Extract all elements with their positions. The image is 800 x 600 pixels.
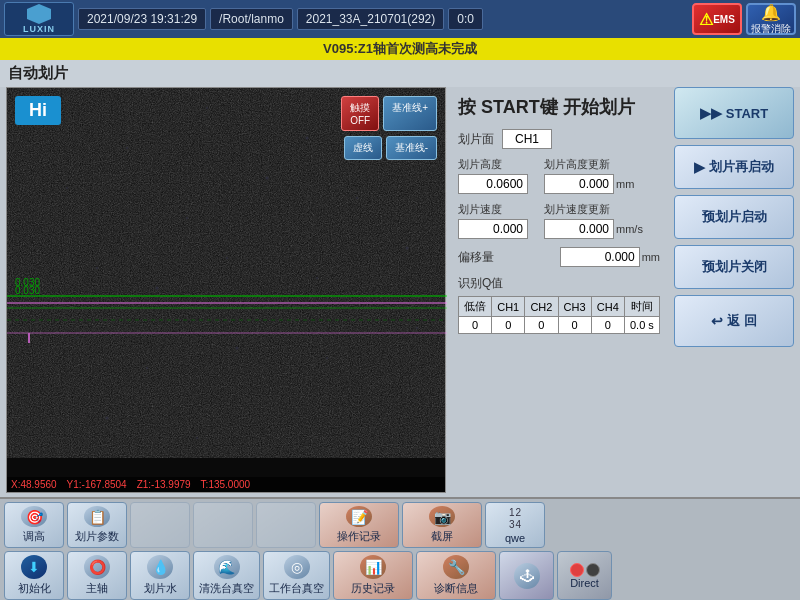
toolbar-btn-dicing-water[interactable]: 💧 划片水: [130, 551, 190, 600]
height-input[interactable]: [458, 174, 528, 194]
q-section: 识别Q值 低倍 CH1 CH2 CH3 CH4 时间 0 0: [458, 275, 660, 334]
coord-x: X:48.9560: [11, 479, 57, 490]
q-header-lowmag: 低倍: [459, 297, 492, 317]
toolbar-btn-numpad[interactable]: 12 34 qwe: [485, 502, 545, 548]
svg-point-12: [226, 257, 228, 259]
toolbar-btn-joystick[interactable]: 🕹: [499, 551, 554, 600]
svg-point-10: [96, 267, 98, 269]
return-button[interactable]: ↩ 返 回: [674, 295, 794, 347]
history-icon: 📊: [360, 555, 386, 579]
bottom-toolbar: 🎯 调高 📋 划片参数 📝 操作记录 📷 截屏 12 34 qwe ⬇: [0, 497, 800, 600]
clean-icon: 🌊: [214, 555, 240, 579]
toolbar-btn-oplog[interactable]: 📝 操作记录: [319, 502, 399, 548]
start-instruction: 按 START键 开始划片: [458, 95, 660, 119]
q-val-ch2: 0: [525, 317, 558, 334]
header-jobid: 2021_33A_210701(292): [297, 8, 444, 30]
q-header-time: 时间: [624, 297, 659, 317]
restart-icon: ▶: [694, 159, 705, 175]
svg-point-21: [196, 437, 198, 439]
logo-hexagon: [27, 4, 51, 24]
toolbar-btn-direct[interactable]: Direct: [557, 551, 612, 600]
ems-button[interactable]: ⚠ EMS: [692, 3, 742, 35]
dicing-water-icon: 💧: [147, 555, 173, 579]
speed-row: 划片速度 划片速度更新 mm/s: [458, 202, 660, 239]
toolbar-btn-workvac[interactable]: ◎ 工作台真空: [263, 551, 330, 600]
touch-off-button[interactable]: 触摸 OFF: [341, 96, 379, 131]
oplog-icon: 📝: [346, 506, 372, 527]
speed-unit: mm/s: [616, 223, 643, 235]
toolbar-btn-empty1: [130, 502, 190, 548]
svg-point-4: [306, 137, 309, 140]
toolbar-btn-empty2: [193, 502, 253, 548]
toolbar-btn-screenshot[interactable]: 📷 截屏: [402, 502, 482, 548]
svg-text:0.030: 0.030: [15, 277, 40, 288]
workvac-icon: ◎: [284, 555, 310, 579]
speed-group: 划片速度: [458, 202, 528, 239]
virtual-line-button[interactable]: 虚线: [344, 136, 382, 160]
toolbar-btn-empty3: [256, 502, 316, 548]
toolbar-btn-init[interactable]: ⬇ 初始化: [4, 551, 64, 600]
speed-update-input[interactable]: [544, 219, 614, 239]
toolbar-btn-diag[interactable]: 🔧 诊断信息: [416, 551, 496, 600]
toolbar-bottom-row: ⬇ 初始化 ⭕ 主轴 💧 划片水 🌊 清洗台真空 ◎ 工作台真空 📊 历史记录 …: [0, 551, 800, 600]
q-header-ch4: CH4: [591, 297, 624, 317]
q-table: 低倍 CH1 CH2 CH3 CH4 时间 0 0 0 0 0: [458, 296, 660, 334]
svg-point-13: [316, 277, 318, 279]
screenshot-icon: 📷: [429, 506, 455, 527]
tuning-icon: 🎯: [21, 506, 47, 527]
svg-point-18: [326, 357, 328, 359]
params-icon: 📋: [84, 506, 110, 527]
svg-point-19: [416, 327, 418, 329]
svg-point-2: [126, 147, 128, 149]
coordinate-bar: X:48.9560 Y1:-167.8504 Z1:-13.9979 T:135…: [7, 477, 445, 492]
height-update-input[interactable]: [544, 174, 614, 194]
pre-start-button[interactable]: 预划片启动: [674, 195, 794, 239]
header-datetime: 2021/09/23 19:31:29: [78, 8, 206, 30]
offset-label: 偏移量: [458, 249, 494, 266]
q-value-row: 0 0 0 0 0 0.0 s: [459, 317, 660, 334]
header: LUXIN 2021/09/23 19:31:29 /Root/lanmo 20…: [0, 0, 800, 38]
baseline-minus-button[interactable]: 基准线-: [386, 136, 437, 160]
page-title: 自动划片: [0, 60, 800, 87]
numpad-icon: 12 34: [509, 507, 521, 530]
q-val-ch4: 0: [591, 317, 624, 334]
start-icon: ▶▶: [700, 105, 722, 121]
toolbar-btn-history[interactable]: 📊 历史记录: [333, 551, 413, 600]
toolbar-btn-tuning[interactable]: 🎯 调高: [4, 502, 64, 548]
action-buttons: ▶▶ START ▶ 划片再启动 预划片启动 预划片关闭 ↩ 返 回: [674, 87, 794, 493]
offset-input[interactable]: [560, 247, 640, 267]
q-val-time: 0.0 s: [624, 317, 659, 334]
restart-button[interactable]: ▶ 划片再启动: [674, 145, 794, 189]
start-button[interactable]: ▶▶ START: [674, 87, 794, 139]
diag-icon: 🔧: [443, 555, 469, 579]
speed-input[interactable]: [458, 219, 528, 239]
height-label: 划片高度: [458, 157, 528, 172]
direct-label: Direct: [570, 577, 599, 589]
toolbar-btn-clean[interactable]: 🌊 清洗台真空: [193, 551, 260, 600]
q-header-ch2: CH2: [525, 297, 558, 317]
toolbar-top-row: 🎯 调高 📋 划片参数 📝 操作记录 📷 截屏 12 34 qwe: [0, 499, 800, 551]
svg-point-11: [156, 287, 159, 290]
alarm-cancel-button[interactable]: 🔔 报警消除: [746, 3, 796, 35]
svg-point-17: [236, 347, 239, 350]
toolbar-btn-params[interactable]: 📋 划片参数: [67, 502, 127, 548]
cam-buttons-row2: 虚线 基准线-: [344, 136, 437, 160]
q-title: 识别Q值: [458, 275, 660, 292]
joystick-icon: 🕹: [514, 563, 540, 589]
baseline-plus-button[interactable]: 基准线+: [383, 96, 437, 131]
main-content: 0.030 0.030 Hi 触摸 OFF 基准线+ 虚线 基准线- X:48.…: [0, 87, 800, 497]
pre-stop-button[interactable]: 预划片关闭: [674, 245, 794, 289]
channel-value[interactable]: CH1: [502, 129, 552, 149]
q-val-ch3: 0: [558, 317, 591, 334]
speed-update-label: 划片速度更新: [544, 202, 643, 217]
svg-point-20: [106, 417, 109, 420]
camera-view: 0.030 0.030 Hi 触摸 OFF 基准线+ 虚线 基准线- X:48.…: [6, 87, 446, 493]
coord-z: Z1:-13.9979: [137, 479, 191, 490]
height-update-group: 划片高度更新 mm: [544, 157, 634, 194]
direct-black-circle: [586, 563, 600, 577]
height-unit: mm: [616, 178, 634, 190]
toolbar-btn-spindle[interactable]: ⭕ 主轴: [67, 551, 127, 600]
q-header-ch1: CH1: [492, 297, 525, 317]
return-icon: ↩: [711, 313, 723, 329]
direct-circles: [570, 563, 600, 577]
